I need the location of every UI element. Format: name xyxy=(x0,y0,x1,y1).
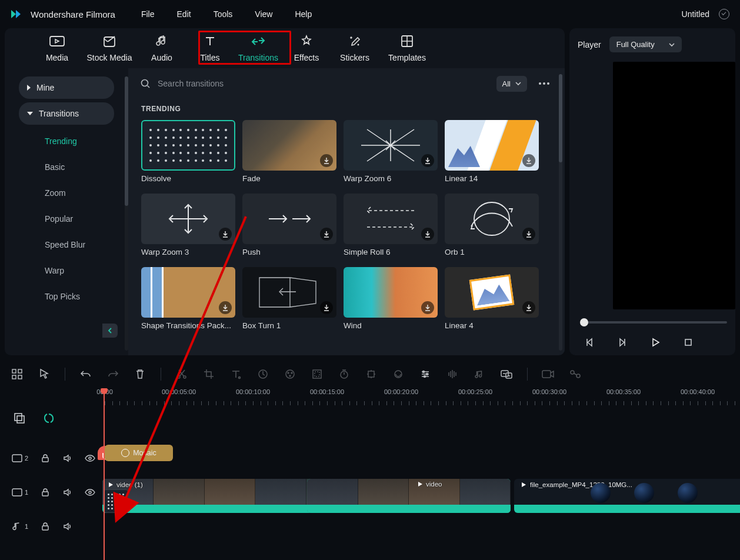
speed-button[interactable] xyxy=(255,366,271,382)
lock-icon[interactable] xyxy=(40,453,51,464)
download-icon[interactable] xyxy=(421,228,434,241)
svg-point-2 xyxy=(351,37,352,38)
sidebar-sub-list: Trending Basic Zoom Popular Speed Blur W… xyxy=(45,128,128,309)
delete-button[interactable] xyxy=(132,366,148,382)
download-icon[interactable] xyxy=(421,154,434,167)
transition-dissolve[interactable]: Dissolve xyxy=(141,120,235,183)
sync-status-icon[interactable] xyxy=(719,9,729,19)
tab-templates[interactable]: Templates xyxy=(379,34,435,68)
playhead[interactable] xyxy=(104,389,105,560)
visibility-icon[interactable] xyxy=(85,453,95,464)
audio-adjust-button[interactable] xyxy=(445,366,460,382)
player-preview[interactable] xyxy=(613,62,735,309)
dashboard-button[interactable] xyxy=(9,366,25,382)
download-icon[interactable] xyxy=(320,228,333,241)
sidebar-collapse-button[interactable] xyxy=(102,324,118,338)
visibility-icon[interactable] xyxy=(85,487,95,498)
more-options-button[interactable] xyxy=(535,79,553,88)
color-button[interactable] xyxy=(282,366,298,382)
keyframe-button[interactable] xyxy=(364,366,379,382)
tab-media[interactable]: Media xyxy=(33,34,81,68)
sidebar-item-trending[interactable]: Trending xyxy=(45,128,114,154)
adjust-button[interactable] xyxy=(418,366,433,382)
sidebar-item-zoom[interactable]: Zoom xyxy=(45,180,114,206)
timer-button[interactable] xyxy=(336,366,352,382)
download-icon[interactable] xyxy=(522,154,535,167)
mute-icon[interactable] xyxy=(62,487,73,498)
play-button[interactable] xyxy=(648,335,662,349)
download-icon[interactable] xyxy=(219,301,232,314)
mute-icon[interactable] xyxy=(62,521,73,532)
tab-effects[interactable]: Effects xyxy=(282,34,331,68)
player-quality-dropdown[interactable]: Full Quality xyxy=(609,36,682,52)
tab-audio[interactable]: Audio xyxy=(138,34,186,68)
transition-simpleroll6[interactable]: Simple Roll 6 xyxy=(344,194,438,256)
search-field[interactable]: Search transitions xyxy=(140,78,488,89)
split-button[interactable] xyxy=(174,366,189,382)
lock-icon[interactable] xyxy=(40,521,51,532)
menu-view[interactable]: View xyxy=(255,9,272,19)
clip-video3[interactable]: file_example_MP4_1280_10MG... xyxy=(514,479,740,513)
download-icon[interactable] xyxy=(219,228,232,241)
tab-stickers[interactable]: Stickers xyxy=(331,34,379,68)
cursor-button[interactable] xyxy=(36,366,52,382)
sidebar-item-basic[interactable]: Basic xyxy=(45,154,114,180)
download-icon[interactable] xyxy=(522,228,535,241)
record-button[interactable] xyxy=(541,366,556,382)
tracks-area[interactable]: Mosaic video (1) video file_example_ xyxy=(101,409,740,560)
subtitle-button[interactable] xyxy=(499,366,514,382)
transition-linear14[interactable]: Linear 14 xyxy=(445,120,539,183)
chromakey-button[interactable] xyxy=(391,366,406,382)
clip-video2[interactable]: video xyxy=(307,479,511,513)
menu-file[interactable]: File xyxy=(141,9,155,19)
lock-icon[interactable] xyxy=(40,487,51,498)
crop-button[interactable] xyxy=(201,366,216,382)
scrub-knob[interactable] xyxy=(580,318,588,326)
stop-button[interactable] xyxy=(681,335,695,349)
sidebar-item-speedblur[interactable]: Speed Blur xyxy=(45,232,114,258)
music-button[interactable] xyxy=(472,366,487,382)
player-scrub-bar[interactable] xyxy=(580,321,727,324)
track-v2[interactable]: Mosaic xyxy=(101,445,740,479)
transition-marker-dissolve[interactable] xyxy=(104,489,128,513)
menu-tools[interactable]: Tools xyxy=(214,9,233,19)
transition-fade[interactable]: Fade xyxy=(242,120,336,183)
undo-button[interactable] xyxy=(78,366,94,382)
sidebar-group-transitions[interactable]: Transitions xyxy=(19,102,114,125)
prev-frame-button[interactable] xyxy=(582,335,596,349)
transition-orb1[interactable]: Orb 1 xyxy=(445,194,539,256)
menu-help[interactable]: Help xyxy=(295,9,312,19)
transition-push[interactable]: Push xyxy=(242,194,336,256)
filter-dropdown[interactable]: All xyxy=(496,76,527,92)
sidebar-item-toppicks[interactable]: Top Picks xyxy=(45,284,114,309)
redo-button[interactable] xyxy=(105,366,121,382)
svg-rect-39 xyxy=(42,492,48,496)
download-icon[interactable] xyxy=(320,301,333,314)
menu-edit[interactable]: Edit xyxy=(177,9,191,19)
track-a1[interactable] xyxy=(101,513,740,547)
sidebar-item-warp[interactable]: Warp xyxy=(45,258,114,284)
transition-linear4[interactable]: Linear 4 xyxy=(445,267,539,330)
text-button[interactable] xyxy=(228,366,244,382)
tab-stock-media[interactable]: Stock Media xyxy=(81,34,138,68)
sidebar-group-mine[interactable]: Mine xyxy=(19,76,114,99)
download-icon[interactable] xyxy=(421,301,434,314)
timeline-ruler[interactable]: 00:0000:00:05:0000:00:10:0000:00:15:0000… xyxy=(101,389,740,407)
sidebar-item-popular[interactable]: Popular xyxy=(45,206,114,232)
download-icon[interactable] xyxy=(522,301,535,314)
track-v1[interactable]: video (1) video file_example_MP4_1280_10… xyxy=(101,479,740,513)
link-button[interactable] xyxy=(568,366,583,382)
transition-wind[interactable]: Wind xyxy=(344,267,438,330)
next-frame-button[interactable] xyxy=(615,335,629,349)
content-scrollbar[interactable] xyxy=(559,74,562,351)
download-icon[interactable] xyxy=(320,154,333,167)
tab-titles[interactable]: Titles xyxy=(186,34,234,68)
transition-boxturn1[interactable]: Box Turn 1 xyxy=(242,267,336,330)
clip-mosaic-effect[interactable]: Mosaic xyxy=(105,445,173,461)
transition-shapepack[interactable]: Shape Transitions Pack... xyxy=(141,267,235,330)
mute-icon[interactable] xyxy=(62,453,73,464)
transition-warpzoom6[interactable]: Warp Zoom 6 xyxy=(344,120,438,183)
mask-button[interactable] xyxy=(309,366,325,382)
transition-warpzoom3[interactable]: Warp Zoom 3 xyxy=(141,194,235,256)
tab-transitions[interactable]: Transitions xyxy=(234,34,282,68)
